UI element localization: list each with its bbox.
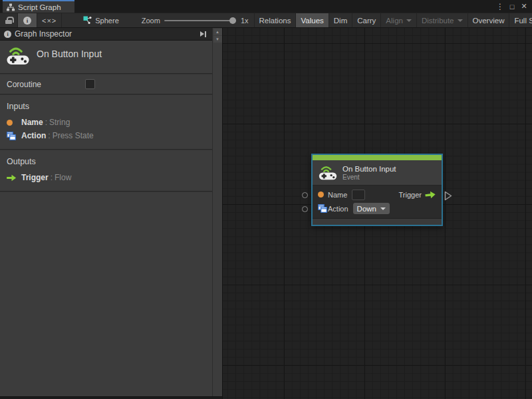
action-dropdown[interactable]: Down xyxy=(353,203,390,214)
zoom-slider-track[interactable] xyxy=(164,20,236,21)
code-icon: <×> xyxy=(42,17,57,25)
gamepad-icon xyxy=(319,164,337,181)
distribute-dropdown[interactable]: Distribute xyxy=(417,13,468,27)
inspector-toggle-button[interactable] xyxy=(18,13,37,27)
carry-button[interactable]: Carry xyxy=(352,13,381,27)
tab-bar: Script Graph ⋮ □ ✕ xyxy=(0,0,532,13)
caret-down-icon xyxy=(458,19,463,22)
port-type: Flow xyxy=(55,173,71,182)
window-controls: ⋮ □ ✕ xyxy=(495,0,532,13)
trigger-port-label: Trigger xyxy=(399,191,422,199)
node-title: On Button Input xyxy=(342,165,396,174)
graph-toolbar: <×> Sphere Zoom 1x Relations Values Dim xyxy=(0,13,532,28)
caret-down-icon xyxy=(406,19,412,22)
name-port-input[interactable] xyxy=(352,190,365,200)
trigger-flow-icon[interactable] xyxy=(424,190,436,200)
node-footer xyxy=(313,218,442,225)
tab-label: Script Graph xyxy=(18,3,61,11)
info-icon xyxy=(23,17,31,25)
node-body: Name Trigger xyxy=(313,186,442,218)
overview-button[interactable]: Overview xyxy=(468,13,510,27)
input-row-name: Name : String xyxy=(0,116,212,129)
zoom-slider-handle[interactable] xyxy=(229,17,236,24)
lock-button[interactable] xyxy=(0,13,18,27)
unit-title: On Button Input xyxy=(37,49,102,59)
node-color-bar xyxy=(313,155,442,160)
node-subtitle: Event xyxy=(342,174,396,181)
info-icon xyxy=(4,31,11,38)
coroutine-row: Coroutine xyxy=(0,74,212,94)
inputs-section: Inputs Name : String xyxy=(0,95,212,149)
dim-button[interactable]: Dim xyxy=(329,13,352,27)
port-name: Trigger xyxy=(21,173,49,182)
values-button[interactable]: Values xyxy=(296,13,329,27)
window-menu-icon[interactable]: ⋮ xyxy=(495,1,505,12)
zoom-label: Zoom xyxy=(138,13,164,27)
scroll-up-button[interactable]: ▲ xyxy=(213,29,222,35)
enum-port-icon xyxy=(7,132,16,140)
input-row-action: Action : Press State xyxy=(0,129,212,142)
caret-down-icon xyxy=(380,207,386,210)
lock-icon xyxy=(5,17,12,24)
string-port-icon xyxy=(7,120,13,126)
action-port-label: Action xyxy=(328,205,348,213)
toolbar-button-group: Relations Values Dim Carry Align Distrib… xyxy=(254,13,532,27)
distribute-label: Distribute xyxy=(422,17,454,25)
action-dropdown-value: Down xyxy=(357,205,376,213)
script-graph-icon xyxy=(7,3,15,11)
port-type: Press State xyxy=(53,131,94,140)
outputs-title: Outputs xyxy=(0,156,212,171)
output-row-trigger: Trigger : Flow xyxy=(0,171,212,184)
node-header[interactable]: On Button Input Event xyxy=(313,160,442,186)
node-row-action: Action Down xyxy=(313,201,442,215)
close-icon[interactable]: ✕ xyxy=(519,1,529,12)
node-row-name: Name Trigger xyxy=(313,188,442,201)
unit-header: On Button Input xyxy=(0,41,212,73)
tabbar-spacer xyxy=(74,0,495,13)
maximize-icon[interactable]: □ xyxy=(507,1,517,12)
outputs-section: Outputs Trigger : Flow xyxy=(0,150,212,191)
graph-canvas[interactable]: On Button Input Event Name Trigger xyxy=(223,28,532,399)
relations-button[interactable]: Relations xyxy=(255,13,297,27)
dock-arrow-icon xyxy=(200,31,204,37)
port-separator: : xyxy=(51,173,53,182)
scroll-down-button[interactable]: ▼ xyxy=(213,36,222,43)
fullscreen-button[interactable]: Full Screen xyxy=(509,13,532,27)
inspector-title: Graph Inspector xyxy=(15,29,72,39)
on-button-input-node[interactable]: On Button Input Event Name Trigger xyxy=(311,154,443,226)
align-dropdown[interactable]: Align xyxy=(381,13,417,27)
name-port-label: Name xyxy=(328,191,347,199)
graph-owner[interactable]: Sphere xyxy=(79,13,122,27)
inspector-empty-area xyxy=(0,192,212,399)
inspector-header: Graph Inspector xyxy=(0,28,212,41)
external-input-port-top[interactable] xyxy=(302,192,308,198)
port-name: Name xyxy=(21,118,43,127)
port-name: Action xyxy=(21,131,46,140)
enum-port-icon[interactable] xyxy=(318,204,327,213)
port-separator: : xyxy=(48,131,50,140)
string-port-icon[interactable] xyxy=(318,192,324,198)
external-output-arrow-icon[interactable] xyxy=(444,191,452,201)
coroutine-checkbox[interactable] xyxy=(85,79,95,89)
port-type: String xyxy=(49,118,70,127)
edit-source-button[interactable]: <×> xyxy=(37,13,62,27)
graph-owner-label: Sphere xyxy=(95,17,118,25)
inspector-scrollbar: ▲ ▼ xyxy=(212,28,222,399)
tab-script-graph[interactable]: Script Graph xyxy=(3,0,74,13)
port-separator: : xyxy=(45,118,47,127)
unity-visual-scripting-window: Script Graph ⋮ □ ✕ <×> Sphere xyxy=(0,0,532,399)
graph-inspector-panel: Graph Inspector xyxy=(0,28,223,399)
align-label: Align xyxy=(386,17,403,25)
zoom-slider[interactable] xyxy=(164,20,236,21)
dock-toggle-button[interactable] xyxy=(198,30,209,39)
coroutine-label: Coroutine xyxy=(7,80,85,89)
dock-bar-icon xyxy=(205,31,206,37)
inputs-title: Inputs xyxy=(0,100,212,116)
external-input-port-bottom[interactable] xyxy=(302,206,308,212)
gamepad-icon xyxy=(6,45,30,66)
zoom-value: 1x xyxy=(236,13,254,27)
flow-arrow-icon xyxy=(7,174,17,182)
graph-owner-icon xyxy=(83,16,92,25)
